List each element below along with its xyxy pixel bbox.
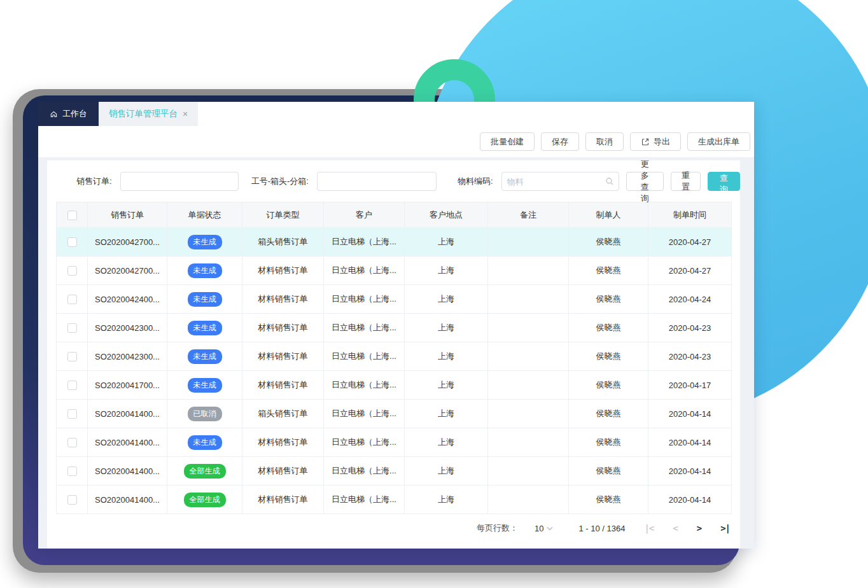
table-row[interactable]: SO2020042700...未生成箱头销售订单日立电梯（上海...上海侯晓燕2… xyxy=(57,228,732,256)
cell-sales-order: SO2020041400... xyxy=(88,457,167,486)
cell-create-date: 2020-04-14 xyxy=(648,428,732,457)
column-header: 制单人 xyxy=(569,202,648,228)
rows-per-page-label: 每页行数： xyxy=(477,522,518,534)
table-row[interactable]: SO2020042300...未生成材料销售订单日立电梯（上海...上海侯晓燕2… xyxy=(57,342,732,371)
cell-remark xyxy=(488,228,569,256)
row-checkbox[interactable] xyxy=(67,295,77,304)
close-icon[interactable]: × xyxy=(183,109,188,119)
generate-outbound-button[interactable]: 生成出库单 xyxy=(687,132,750,151)
home-icon xyxy=(50,110,58,118)
table-row[interactable]: SO2020042300...未生成材料销售订单日立电梯（上海...上海侯晓燕2… xyxy=(57,314,732,342)
cancel-button[interactable]: 取消 xyxy=(585,132,624,151)
first-page-icon[interactable]: |< xyxy=(644,523,654,533)
prev-page-icon[interactable]: < xyxy=(673,523,677,533)
cell-create-date: 2020-04-24 xyxy=(648,285,732,314)
toolbar: 批量创建 保存 取消 导出 生成出库单 xyxy=(38,126,754,157)
column-header: 订单类型 xyxy=(242,202,324,228)
material-code-input[interactable] xyxy=(501,172,619,191)
job-box-input[interactable] xyxy=(317,172,437,191)
row-checkbox[interactable] xyxy=(67,438,77,447)
sales-order-filter-label: 销售订单: xyxy=(76,176,112,187)
cell-customer: 日立电梯（上海... xyxy=(324,314,405,342)
row-select-cell xyxy=(57,256,88,285)
tab-sales-order-platform[interactable]: 销售订单管理平台 × xyxy=(99,102,198,126)
cell-status: 未生成 xyxy=(167,256,242,285)
cell-status: 未生成 xyxy=(167,342,242,371)
cell-customer: 日立电梯（上海... xyxy=(324,228,405,256)
cell-order-type: 材料销售订单 xyxy=(242,428,324,457)
row-checkbox[interactable] xyxy=(67,495,77,505)
row-checkbox[interactable] xyxy=(67,237,77,247)
cell-creator: 侯晓燕 xyxy=(569,285,648,314)
cell-customer: 日立电梯（上海... xyxy=(324,285,405,314)
cell-customer: 日立电梯（上海... xyxy=(324,457,405,486)
table-row[interactable]: SO2020041400...全部生成材料销售订单日立电梯（上海...上海侯晓燕… xyxy=(57,486,732,514)
status-badge: 已取消 xyxy=(188,407,222,421)
row-select-cell xyxy=(57,428,88,457)
status-badge: 未生成 xyxy=(188,378,222,393)
table-row[interactable]: SO2020041400...未生成材料销售订单日立电梯（上海...上海侯晓燕2… xyxy=(57,428,732,457)
save-button[interactable]: 保存 xyxy=(541,132,579,151)
row-checkbox[interactable] xyxy=(67,381,77,390)
query-button[interactable]: 查询 xyxy=(708,172,740,191)
cell-customer-location: 上海 xyxy=(405,486,488,514)
material-code-filter-label: 物料编码: xyxy=(458,176,493,187)
cell-sales-order: SO2020042700... xyxy=(88,256,167,285)
cell-create-date: 2020-04-14 xyxy=(648,486,732,514)
cell-sales-order: SO2020042400... xyxy=(88,285,167,314)
more-query-button[interactable]: 更多查询 xyxy=(626,172,664,191)
row-select-cell xyxy=(57,342,88,371)
cell-creator: 侯晓燕 xyxy=(569,314,648,342)
export-button[interactable]: 导出 xyxy=(630,132,681,151)
cell-sales-order: SO2020041400... xyxy=(88,428,167,457)
cell-creator: 侯晓燕 xyxy=(569,457,648,486)
sales-order-input[interactable] xyxy=(120,172,239,191)
cell-creator: 侯晓燕 xyxy=(569,486,648,514)
cell-creator: 侯晓燕 xyxy=(569,228,648,256)
cell-status: 已取消 xyxy=(167,400,242,428)
cell-creator: 侯晓燕 xyxy=(569,256,648,285)
cell-customer: 日立电梯（上海... xyxy=(324,428,405,457)
last-page-icon[interactable]: >| xyxy=(720,523,730,533)
cell-order-type: 箱头销售订单 xyxy=(242,228,324,256)
cell-remark xyxy=(488,428,569,457)
cell-order-type: 材料销售订单 xyxy=(242,486,324,514)
column-header: 备注 xyxy=(488,202,569,228)
cell-sales-order: SO2020042700... xyxy=(88,228,167,256)
cell-sales-order: SO2020042300... xyxy=(88,342,167,371)
table-row[interactable]: SO2020041400...已取消箱头销售订单日立电梯（上海...上海侯晓燕2… xyxy=(57,400,732,428)
table-row[interactable]: SO2020041400...全部生成材料销售订单日立电梯（上海...上海侯晓燕… xyxy=(57,457,732,486)
cell-status: 未生成 xyxy=(167,371,242,400)
table-row[interactable]: SO2020041700...未生成材料销售订单日立电梯（上海...上海侯晓燕2… xyxy=(57,371,732,400)
row-select-cell xyxy=(57,228,88,256)
column-header: 单据状态 xyxy=(167,202,242,228)
row-checkbox[interactable] xyxy=(67,266,77,276)
status-badge: 未生成 xyxy=(188,349,222,364)
reset-button[interactable]: 重置 xyxy=(671,172,701,191)
select-all-checkbox[interactable] xyxy=(67,211,77,220)
batch-create-button[interactable]: 批量创建 xyxy=(480,132,535,151)
export-icon xyxy=(641,137,650,146)
cell-create-date: 2020-04-27 xyxy=(648,228,732,256)
rows-per-page-select[interactable]: 10 xyxy=(535,524,553,533)
row-checkbox[interactable] xyxy=(67,323,77,333)
row-checkbox[interactable] xyxy=(67,466,77,476)
cell-remark xyxy=(488,400,569,428)
table-row[interactable]: SO2020042700...未生成材料销售订单日立电梯（上海...上海侯晓燕2… xyxy=(57,256,732,285)
status-badge: 未生成 xyxy=(188,321,222,335)
cell-customer-location: 上海 xyxy=(405,228,488,256)
row-checkbox[interactable] xyxy=(67,352,77,361)
cell-creator: 侯晓燕 xyxy=(569,400,648,428)
tab-workbench[interactable]: 工作台 xyxy=(38,102,99,126)
cell-status: 全部生成 xyxy=(167,486,242,514)
pagination-bar: 每页行数： 10 1 - 10 / 1364 |< < > >| xyxy=(47,514,740,542)
cell-create-date: 2020-04-23 xyxy=(648,342,732,371)
table-row[interactable]: SO2020042400...未生成材料销售订单日立电梯（上海...上海侯晓燕2… xyxy=(57,285,732,314)
job-box-filter-label: 工号-箱头-分箱: xyxy=(251,176,309,187)
cell-sales-order: SO2020041400... xyxy=(88,400,167,428)
status-badge: 全部生成 xyxy=(184,493,226,507)
next-page-icon[interactable]: > xyxy=(697,523,701,533)
cell-remark xyxy=(488,285,569,314)
row-checkbox[interactable] xyxy=(67,409,77,419)
cell-order-type: 材料销售订单 xyxy=(242,342,324,371)
